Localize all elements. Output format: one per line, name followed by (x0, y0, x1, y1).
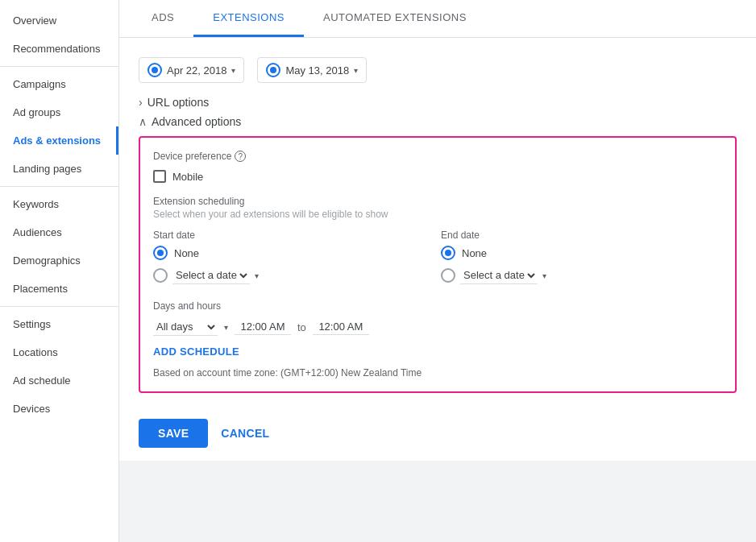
tab-automated-extensions[interactable]: AUTOMATED EXTENSIONS (304, 0, 486, 37)
days-hours-label: Days and hours (153, 300, 722, 312)
start-date-select-radio (153, 268, 168, 283)
end-date-select-option[interactable]: Select a date ▾ (441, 267, 722, 284)
end-date-col-label: End date (441, 230, 722, 241)
end-date-select-radio (441, 268, 455, 283)
start-date-col: Start date None Select a date ▾ (153, 230, 434, 291)
start-date-radio (147, 63, 162, 77)
start-date-chevron-icon: ▾ (231, 66, 235, 75)
start-date-none-radio (153, 246, 168, 260)
mobile-checkbox-row: Mobile (153, 170, 722, 183)
to-label: to (297, 321, 306, 333)
end-date-value: May 13, 2018 (285, 64, 349, 77)
advanced-options-toggle[interactable]: ∧ Advanced options (139, 115, 737, 128)
date-range-row: Apr 22, 2018 ▾ May 13, 2018 ▾ (139, 51, 737, 83)
sidebar-item-audiences[interactable]: Audiences (0, 218, 118, 246)
device-preference-text: Device preference (153, 151, 231, 162)
start-date-selector[interactable]: Apr 22, 2018 ▾ (139, 57, 244, 83)
sidebar-item-locations[interactable]: Locations (0, 338, 118, 366)
sidebar-item-keywords[interactable]: Keywords (0, 190, 118, 218)
end-date-none-option[interactable]: None (441, 246, 722, 260)
sidebar-divider-3 (0, 306, 118, 307)
device-preference-label: Device preference ? (153, 151, 722, 162)
start-time-input[interactable] (235, 319, 291, 335)
chevron-right-icon: › (139, 96, 143, 109)
sidebar-divider-2 (0, 186, 118, 187)
extension-scheduling-subtitle: Select when your ad extensions will be e… (153, 209, 722, 220)
start-date-none-option[interactable]: None (153, 246, 434, 260)
chevron-up-icon: ∧ (139, 115, 147, 128)
end-date-chevron-icon: ▾ (354, 66, 358, 75)
extension-scheduling-title: Extension scheduling (153, 196, 722, 207)
tab-bar: ADS EXTENSIONS AUTOMATED EXTENSIONS (119, 0, 756, 38)
main-content: ADS EXTENSIONS AUTOMATED EXTENSIONS Apr … (119, 0, 756, 542)
url-options-toggle[interactable]: › URL options (139, 96, 737, 109)
all-days-chevron-icon: ▾ (224, 323, 228, 332)
save-button[interactable]: SAVE (139, 419, 208, 448)
all-days-select[interactable]: All days (153, 318, 218, 336)
sidebar-item-recommendations[interactable]: Recommendations (0, 35, 118, 63)
timezone-note: Based on account time zone: (GMT+12:00) … (153, 367, 722, 379)
end-date-none-radio (441, 246, 455, 260)
sidebar-divider-1 (0, 66, 118, 67)
start-date-none-label: None (174, 247, 199, 259)
end-date-select-chevron-icon: ▾ (542, 271, 546, 280)
mobile-checkbox[interactable] (153, 170, 166, 183)
start-end-date-grid: Start date None Select a date ▾ (153, 230, 722, 291)
sidebar-item-ads-extensions[interactable]: Ads & extensions (0, 126, 118, 155)
sidebar: Overview Recommendations Campaigns Ad gr… (0, 0, 119, 542)
form-content: Apr 22, 2018 ▾ May 13, 2018 ▾ › URL opti… (119, 38, 756, 406)
start-date-value: Apr 22, 2018 (167, 64, 226, 77)
start-date-select-chevron-icon: ▾ (255, 271, 259, 280)
add-schedule-link[interactable]: ADD SCHEDULE (153, 345, 722, 358)
sidebar-item-demographics[interactable]: Demographics (0, 246, 118, 275)
end-time-input[interactable] (313, 319, 369, 335)
start-date-select-option[interactable]: Select a date ▾ (153, 267, 434, 284)
sidebar-item-landing-pages[interactable]: Landing pages (0, 155, 118, 183)
tab-ads[interactable]: ADS (132, 0, 193, 37)
sidebar-item-devices[interactable]: Devices (0, 395, 118, 423)
start-date-select-dropdown[interactable]: Select a date (172, 267, 250, 284)
tab-extensions[interactable]: EXTENSIONS (193, 0, 304, 37)
start-date-col-label: Start date (153, 230, 434, 241)
mobile-label: Mobile (172, 171, 203, 183)
advanced-options-panel: Device preference ? Mobile Extension sch… (139, 136, 737, 393)
end-date-select-dropdown[interactable]: Select a date (460, 267, 538, 284)
end-date-none-label: None (462, 247, 487, 259)
advanced-options-label: Advanced options (152, 115, 241, 128)
sidebar-item-overview[interactable]: Overview (0, 6, 118, 35)
end-date-col: End date None Select a date ▾ (441, 230, 722, 291)
sidebar-item-ad-groups[interactable]: Ad groups (0, 98, 118, 126)
end-date-radio (266, 63, 280, 77)
cancel-button[interactable]: CANCEL (221, 427, 269, 440)
days-hours-row: All days ▾ to (153, 318, 722, 336)
sidebar-item-placements[interactable]: Placements (0, 275, 118, 303)
url-options-label: URL options (147, 96, 210, 109)
sidebar-item-settings[interactable]: Settings (0, 310, 118, 338)
end-date-selector[interactable]: May 13, 2018 ▾ (257, 57, 367, 83)
sidebar-item-campaigns[interactable]: Campaigns (0, 70, 118, 98)
device-preference-help-icon[interactable]: ? (235, 151, 246, 162)
sidebar-item-ad-schedule[interactable]: Ad schedule (0, 366, 118, 395)
form-buttons: SAVE CANCEL (119, 406, 756, 461)
